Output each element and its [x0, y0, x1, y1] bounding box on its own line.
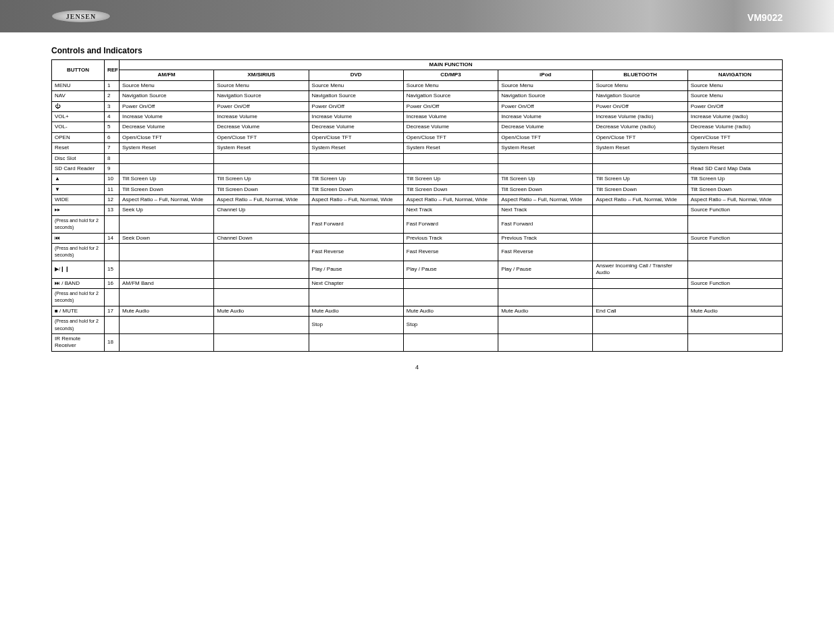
function-cell: Open/Close TFT: [309, 132, 403, 142]
table-row: (Press and hold for 2 seconds)Fast Forwa…: [52, 215, 783, 233]
ref-cell: [105, 215, 120, 233]
function-cell: Seek Down: [120, 233, 214, 243]
function-cell: Source Menu: [214, 80, 309, 90]
table-row: SD Card Reader9Read SD Card Map Data: [52, 163, 783, 173]
button-cell: VOL-: [52, 122, 105, 132]
function-cell: Open/Close TFT: [498, 132, 593, 142]
table-row: OPEN6Open/Close TFTOpen/Close TFTOpen/Cl…: [52, 132, 783, 142]
function-cell: Source Menu: [120, 80, 214, 90]
function-cell: Tilt Screen Down: [593, 184, 687, 194]
table-row: MENU1Source MenuSource MenuSource MenuSo…: [52, 80, 783, 90]
function-cell: Tilt Screen Up: [214, 174, 309, 184]
ref-cell: 14: [105, 233, 120, 243]
function-cell: Previous Track: [498, 233, 593, 243]
ref-cell: 15: [105, 261, 120, 278]
table-row: (Press and hold for 2 seconds)StopStop: [52, 317, 783, 334]
button-label: Reset: [55, 144, 69, 151]
function-cell: Next Chapter: [309, 278, 403, 288]
function-cell: [687, 261, 782, 278]
function-cell: Tilt Screen Down: [214, 184, 309, 194]
function-cell: [214, 163, 309, 173]
function-cell: [687, 244, 782, 261]
function-cell: [687, 288, 782, 306]
button-label: WIDE: [55, 196, 69, 203]
function-cell: [593, 205, 687, 215]
ref-cell: 8: [105, 153, 120, 163]
function-cell: [120, 163, 214, 173]
button-cell: ▶/❙❙: [52, 261, 105, 278]
button-cell: ▲: [52, 174, 105, 184]
function-cell: Source Menu: [593, 80, 687, 90]
table-row: IR Remote Receiver18: [52, 333, 783, 351]
function-cell: [214, 153, 309, 163]
button-icon: ▲: [55, 176, 60, 182]
function-cell: Fast Forward: [403, 215, 498, 233]
function-cell: Play / Pause: [309, 261, 403, 278]
button-cell: Disc Slot: [52, 153, 105, 163]
function-cell: Fast Reverse: [403, 244, 498, 261]
button-sublabel: (Press and hold for 2 seconds): [55, 319, 99, 330]
function-cell: Tilt Screen Down: [309, 184, 403, 194]
function-cell: Source Menu: [403, 80, 498, 90]
function-cell: [309, 205, 403, 215]
function-cell: [498, 333, 593, 351]
function-cell: [593, 163, 687, 173]
button-label: MENU: [55, 82, 71, 88]
button-icon: ⏭: [55, 280, 60, 286]
function-cell: Power On/Off: [403, 101, 498, 111]
function-cell: Play / Pause: [498, 261, 593, 278]
function-cell: [309, 163, 403, 173]
function-cell: Navigation Source: [593, 91, 687, 101]
table-row: (Press and hold for 2 seconds)Fast Rever…: [52, 244, 783, 261]
col-bt: BLUETOOTH: [593, 70, 687, 80]
function-cell: [309, 288, 403, 306]
model-number: VM9022: [748, 12, 783, 23]
function-cell: Tilt Screen Down: [498, 184, 593, 194]
function-cell: System Reset: [214, 143, 309, 153]
function-cell: Navigation Source: [309, 91, 403, 101]
table-row: ▼ 11Tilt Screen DownTilt Screen DownTilt…: [52, 184, 783, 194]
function-cell: Power On/Off: [309, 101, 403, 111]
function-cell: End Call: [593, 306, 687, 316]
function-cell: Seek Up: [120, 205, 214, 215]
function-cell: System Reset: [309, 143, 403, 153]
function-cell: Navigation Source: [498, 91, 593, 101]
button-icon: ⏻: [55, 103, 60, 109]
page-content: Controls and Indicators BUTTON REF MAIN …: [0, 32, 834, 371]
button-sublabel: (Press and hold for 2 seconds): [55, 291, 99, 302]
table-row: VOL-5Decrease VolumeDecrease VolumeDecre…: [52, 122, 783, 132]
button-cell: ⏻: [52, 101, 105, 111]
button-icon: ■ /: [55, 308, 61, 314]
function-cell: [214, 333, 309, 351]
function-cell: Navigation Source: [120, 91, 214, 101]
function-cell: Decrease Volume: [403, 122, 498, 132]
function-cell: Stop: [309, 317, 403, 334]
function-cell: Tilt Screen Up: [403, 174, 498, 184]
button-cell: ▸▸: [52, 205, 105, 215]
function-cell: Previous Track: [403, 233, 498, 243]
function-cell: Fast Forward: [309, 215, 403, 233]
ref-cell: [105, 244, 120, 261]
function-cell: Stop: [403, 317, 498, 334]
function-cell: [309, 233, 403, 243]
function-cell: Increase Volume (radio): [687, 111, 782, 122]
function-cell: Open/Close TFT: [120, 132, 214, 142]
function-cell: Next Track: [498, 205, 593, 215]
function-cell: Mute Audio: [498, 306, 593, 316]
button-label: SD Card Reader: [55, 165, 95, 171]
button-label: / BAND: [61, 280, 80, 286]
function-cell: Navigation Source: [214, 91, 309, 101]
col-button: BUTTON: [52, 60, 105, 81]
function-cell: Power On/Off: [593, 101, 687, 111]
col-ref: REF: [105, 60, 120, 81]
function-cell: Answer Incoming Call / Transfer Audio: [593, 261, 687, 278]
function-cell: [120, 288, 214, 306]
table-row: ⏭ / BAND16AM/FM BandNext ChapterSource F…: [52, 278, 783, 288]
col-nav: NAVIGATION: [687, 70, 782, 80]
ref-cell: 18: [105, 333, 120, 351]
function-cell: Decrease Volume: [120, 122, 214, 132]
table-row: NAV2Navigation SourceNavigation SourceNa…: [52, 91, 783, 101]
ref-cell: 1: [105, 80, 120, 90]
function-cell: Fast Reverse: [309, 244, 403, 261]
function-cell: [120, 244, 214, 261]
